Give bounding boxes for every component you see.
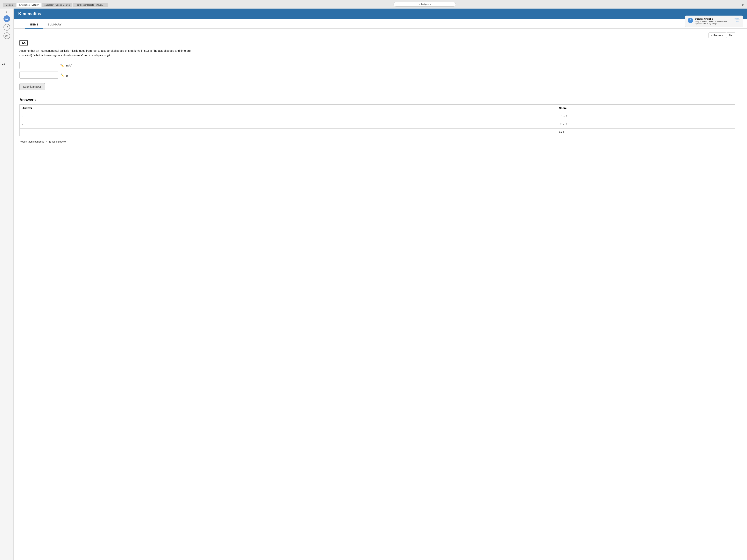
notification-restart[interactable]: Rest... [735, 18, 740, 20]
answer-cell-2: - [20, 120, 556, 129]
left-sidebar: 6 12 18 24 [0, 8, 14, 560]
score-value-2: - / 1 [563, 123, 567, 126]
sidebar-item-6[interactable]: 6 [6, 10, 7, 14]
notification-title: Updates Available [695, 18, 732, 20]
input-row-1: ✏️ m/s2 [20, 62, 735, 69]
app-wrapper: 6 12 18 24 Kinematics ITEMS SUMMARY < Pr… [0, 8, 747, 560]
browser-tabs: Content Kinematics - Edfinity calculator… [3, 3, 108, 7]
question-text: Assume that an intercontinental ballisti… [20, 49, 195, 58]
answer-cell-3 [20, 129, 556, 136]
unit-label-1: m/s2 [66, 63, 72, 67]
pencil-icon-2[interactable]: ✏️ [60, 73, 64, 77]
score-cell-2: 🏳 - / 1 [556, 120, 735, 129]
pencil-icon-1[interactable]: ✏️ [60, 63, 64, 67]
next-button[interactable]: Ne [726, 32, 735, 38]
flag-icon-2: 🏳 [559, 123, 562, 126]
address-bar[interactable]: edfinity.com [393, 2, 456, 7]
table-row: - 🏳 - / 1 [20, 120, 735, 129]
tab-summary[interactable]: SUMMARY [43, 21, 66, 29]
total-score: 0 / 2 [559, 131, 564, 134]
input-row-2: ✏️ g [20, 72, 735, 79]
previous-button[interactable]: < Previous [709, 32, 726, 38]
page-number: 71 [2, 62, 5, 65]
reload-button[interactable]: ↻ [742, 3, 744, 6]
notification-icon: A [688, 18, 693, 23]
table-row: - 🏳 - / 1 [20, 112, 735, 120]
answer-input-1[interactable] [20, 62, 58, 69]
main-content: Kinematics ITEMS SUMMARY < Previous Ne 1… [14, 8, 747, 560]
notification-actions[interactable]: Rest... Late... [735, 18, 740, 23]
app-header: Kinematics [14, 8, 747, 19]
tabs-bar: ITEMS SUMMARY [14, 21, 747, 29]
sidebar-item-18[interactable]: 18 [3, 24, 10, 30]
submit-button[interactable]: Submit answer [20, 83, 45, 90]
answers-title: Answers [20, 98, 735, 102]
tab-kinematics[interactable]: Kinematics - Edfinity [17, 3, 42, 7]
notification-content: Updates Available Do you want to restart… [695, 18, 732, 25]
tab-items[interactable]: ITEMS [25, 21, 43, 29]
question-nav: < Previous Ne [20, 32, 735, 38]
col-header-score: Score [556, 105, 735, 112]
answers-table: Answer Score - 🏳 - / 1 [20, 104, 735, 136]
col-header-answer: Answer [20, 105, 556, 112]
tab-content[interactable]: Content [3, 3, 16, 7]
question-area: < Previous Ne 12. Assume that an interco… [14, 29, 747, 560]
tab-calculator[interactable]: calculator - Google Search [42, 3, 72, 7]
sidebar-item-12[interactable]: 12 [3, 16, 10, 22]
email-instructor-link[interactable]: Email instructor [49, 140, 67, 143]
notification-later[interactable]: Late... [735, 21, 740, 23]
flag-icon-1: 🏳 [559, 114, 562, 117]
browser-chrome: Content Kinematics - Edfinity calculator… [0, 0, 747, 8]
report-issue-link[interactable]: Report technical issue [20, 140, 44, 143]
notification-popup: A Updates Available Do you want to resta… [685, 16, 743, 27]
answers-section: Answers Answer Score - 🏳 - / [20, 98, 735, 136]
tab-hairdresser[interactable]: Hairdresser Reacts To Quarantine Ha... [73, 3, 108, 7]
app-title: Kinematics [18, 11, 41, 16]
answer-cell-1: - [20, 112, 556, 120]
footer-links: Report technical issue • Email instructo… [20, 140, 735, 147]
notification-body: Do you want to restart to install these … [695, 20, 732, 25]
answer-input-2[interactable] [20, 72, 58, 79]
footer-separator: • [46, 140, 47, 143]
score-cell-1: 🏳 - / 1 [556, 112, 735, 120]
score-value-1: - / 1 [563, 114, 567, 117]
score-cell-3: 0 / 2 [556, 129, 735, 136]
table-row: 0 / 2 [20, 129, 735, 136]
unit-label-2: g [66, 74, 68, 77]
browser-toolbar: Content Kinematics - Edfinity calculator… [2, 1, 745, 8]
sidebar-item-24[interactable]: 24 [3, 32, 10, 39]
question-number: 12. [20, 41, 28, 46]
